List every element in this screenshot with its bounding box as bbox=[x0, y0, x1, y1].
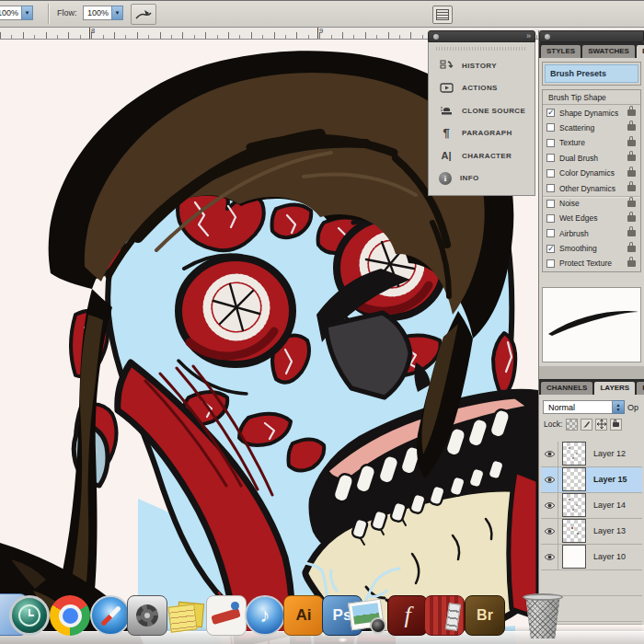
dock-icon-white-red-app[interactable] bbox=[206, 595, 247, 636]
brush-option-shape-dynamics[interactable]: ✓ Shape Dynamics bbox=[543, 105, 640, 120]
panel-grip-dots bbox=[436, 47, 527, 51]
layer-name[interactable]: Layer 12 bbox=[593, 449, 626, 458]
brush-option-protect-texture[interactable]: Protect Texture bbox=[543, 256, 640, 270]
layer-row[interactable]: Layer 13 bbox=[541, 519, 642, 545]
blend-mode-stepper[interactable]: ▲▼ bbox=[613, 400, 625, 414]
toolbar-separator bbox=[48, 4, 49, 24]
checkbox[interactable] bbox=[546, 139, 555, 147]
brush-option-texture[interactable]: Texture bbox=[543, 135, 640, 150]
checkbox[interactable] bbox=[546, 259, 555, 268]
layer-thumbnail[interactable] bbox=[562, 519, 586, 543]
lock-image-pixels-button[interactable] bbox=[581, 419, 592, 431]
layer-thumbnail[interactable] bbox=[562, 442, 586, 466]
panel-button-info[interactable]: i INFO bbox=[429, 167, 535, 190]
checkbox[interactable] bbox=[546, 169, 555, 178]
brush-presets-item[interactable]: Brush Presets bbox=[545, 64, 638, 83]
layer-name[interactable]: Layer 13 bbox=[593, 526, 626, 535]
panel-button-history[interactable]: HISTORY bbox=[429, 54, 535, 77]
dock-icon-bridge[interactable]: Br bbox=[465, 595, 505, 636]
dock-icon-itunes[interactable]: ♪ bbox=[245, 595, 285, 636]
layer-thumbnail[interactable] bbox=[562, 467, 586, 491]
brush-option-airbrush[interactable]: Airbrush bbox=[543, 226, 640, 241]
panel-titlebar[interactable] bbox=[539, 30, 644, 42]
panel-titlebar[interactable]: » bbox=[428, 30, 535, 42]
layer-row[interactable]: Layer 10 bbox=[541, 545, 642, 570]
checkbox[interactable]: ✓ bbox=[546, 109, 555, 117]
dock-icon-iphoto[interactable] bbox=[348, 595, 388, 636]
tab-swatches[interactable]: SWATCHES bbox=[582, 45, 635, 58]
illustrator-label: Ai bbox=[296, 606, 312, 625]
panel-button-paragraph[interactable]: ¶ PARAGRAPH bbox=[429, 122, 535, 145]
dock-icon-illustrator[interactable]: Ai bbox=[283, 595, 324, 636]
layer-row[interactable]: Layer 12 bbox=[541, 442, 642, 467]
panel-button-actions[interactable]: ACTIONS bbox=[429, 77, 535, 100]
visibility-toggle[interactable] bbox=[541, 442, 558, 466]
dock-icon-photo-booth[interactable] bbox=[424, 595, 465, 636]
panel-close-button[interactable] bbox=[433, 34, 439, 40]
lock-all-button[interactable] bbox=[610, 419, 622, 431]
visibility-toggle[interactable] bbox=[541, 467, 558, 492]
flow-dropdown[interactable]: 100% ▼ bbox=[83, 6, 123, 20]
airbrush-button[interactable] bbox=[131, 4, 156, 25]
layer-name[interactable]: Layer 14 bbox=[593, 500, 626, 510]
gear-icon bbox=[136, 604, 158, 627]
stroke-preview-curve bbox=[543, 288, 641, 360]
dock-icon-safari[interactable] bbox=[90, 595, 131, 636]
visibility-toggle[interactable] bbox=[541, 519, 558, 544]
checkbox[interactable]: ✓ bbox=[546, 245, 555, 253]
lock-position-button[interactable] bbox=[595, 419, 607, 431]
blend-mode-dropdown[interactable]: Normal ▲▼ bbox=[543, 400, 625, 414]
brush-option-smoothing[interactable]: ✓ Smoothing bbox=[543, 241, 640, 256]
eye-icon bbox=[544, 501, 556, 510]
checkbox[interactable] bbox=[546, 214, 555, 223]
dock-icon-flash[interactable]: f bbox=[387, 595, 428, 636]
collapse-arrows-icon[interactable]: » bbox=[526, 31, 531, 41]
visibility-toggle[interactable] bbox=[541, 545, 558, 569]
brush-option-scattering[interactable]: Scattering bbox=[543, 121, 640, 135]
layer-thumbnail[interactable] bbox=[562, 545, 586, 569]
tab-styles[interactable]: STYLES bbox=[541, 45, 581, 58]
checkbox[interactable] bbox=[546, 184, 555, 192]
tab-brushes[interactable]: BRUSHES bbox=[637, 45, 644, 58]
tab-layers[interactable]: LAYERS bbox=[594, 382, 635, 395]
brush-option-brush-tip-shape[interactable]: Brush Tip Shape bbox=[543, 90, 640, 105]
airbrush-icon bbox=[135, 8, 152, 20]
brushes-panel-tabs: STYLES SWATCHES BRUSHES bbox=[539, 42, 644, 58]
blue-dot-icon bbox=[231, 602, 239, 610]
dock-icon-trash[interactable] bbox=[521, 592, 565, 638]
brush-option-wet-edges[interactable]: Wet Edges bbox=[543, 211, 640, 225]
panel-button-character[interactable]: A| CHARACTER bbox=[429, 144, 535, 167]
visibility-toggle[interactable] bbox=[541, 493, 558, 518]
layer-name[interactable]: Layer 15 bbox=[593, 475, 627, 484]
brush-option-noise[interactable]: Noise bbox=[543, 196, 640, 211]
panel-button-label: CLONE SOURCE bbox=[462, 107, 525, 115]
lock-icon bbox=[627, 260, 636, 267]
panel-button-clone-source[interactable]: CLONE SOURCE bbox=[429, 99, 535, 122]
brush-option-other-dynamics[interactable]: Other Dynamics bbox=[543, 180, 640, 195]
dock-icon-system-preferences[interactable] bbox=[127, 595, 167, 636]
lock-icon bbox=[627, 124, 636, 131]
brush-option-color-dynamics[interactable]: Color Dynamics bbox=[543, 166, 640, 180]
tab-paths[interactable]: PATHS bbox=[637, 382, 644, 395]
brush-option-dual-brush[interactable]: Dual Brush bbox=[543, 151, 640, 166]
dock-icon-stickies[interactable] bbox=[167, 595, 207, 636]
checkbox[interactable] bbox=[546, 229, 555, 237]
layer-row-selected[interactable]: Layer 15 bbox=[541, 467, 642, 493]
layer-row[interactable]: Layer 14 bbox=[541, 493, 642, 519]
dock-icon-time-machine[interactable] bbox=[9, 595, 50, 636]
layer-name[interactable]: Layer 10 bbox=[593, 552, 626, 561]
dock-icon-chrome[interactable] bbox=[50, 595, 90, 636]
checkbox[interactable] bbox=[546, 154, 555, 162]
lock-icon bbox=[613, 422, 619, 427]
opacity-dropdown[interactable]: 100% ▼ bbox=[0, 6, 33, 20]
panel-toggle-button[interactable] bbox=[432, 6, 453, 24]
layer-thumbnail[interactable] bbox=[562, 493, 586, 517]
flow-dropdown-arrow[interactable]: ▼ bbox=[111, 6, 123, 20]
tab-channels[interactable]: CHANNELS bbox=[541, 382, 592, 395]
opacity-dropdown-arrow[interactable]: ▼ bbox=[21, 6, 33, 20]
checkbox[interactable] bbox=[546, 200, 555, 208]
trash-mesh-body bbox=[523, 597, 563, 638]
checkbox[interactable] bbox=[546, 123, 555, 132]
panel-close-button[interactable] bbox=[545, 34, 550, 40]
lock-transparent-pixels-button[interactable] bbox=[566, 419, 578, 431]
